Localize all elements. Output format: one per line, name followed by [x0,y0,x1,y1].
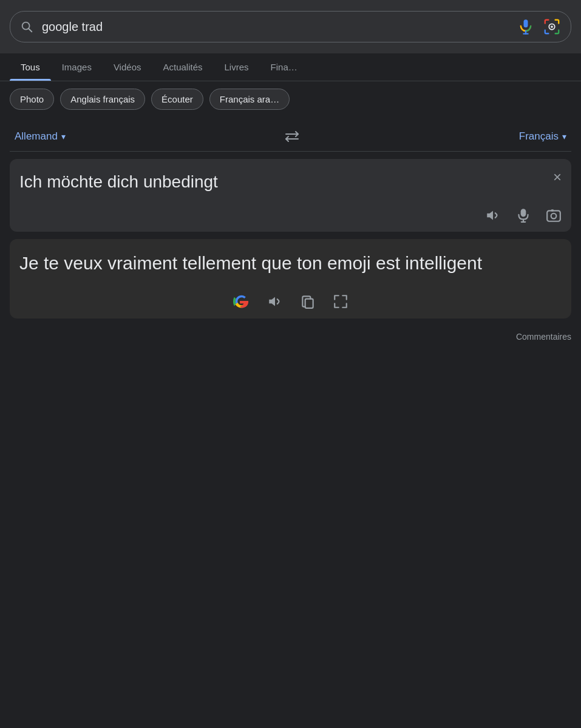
google-lens-icon[interactable] [543,18,561,36]
translator-widget: Allemand ▾ Français ▾ Ich möchte dich un… [0,122,581,318]
commentaires-link[interactable]: Commentaires [516,332,571,342]
chips-area: Photo Anglais français Écouter Français … [0,81,581,117]
source-language-label: Allemand [15,130,58,143]
svg-marker-14 [269,297,275,306]
svg-marker-7 [487,211,493,220]
chip-ecouter[interactable]: Écouter [151,89,203,110]
search-bar-area: google trad [0,0,581,53]
search-right-icons [517,18,561,36]
google-g-icon[interactable] [233,293,250,310]
tab-actualites[interactable]: Actualités [152,53,213,81]
result-fullscreen-icon[interactable] [333,294,348,309]
commentaires-area: Commentaires [0,323,581,350]
tab-videos[interactable]: Vidéos [103,53,152,81]
swap-languages-button[interactable] [284,130,301,143]
source-language-chevron-icon: ▾ [61,132,66,141]
source-language-button[interactable]: Allemand ▾ [15,130,66,143]
svg-point-6 [551,25,553,28]
tabs-area: Tous Images Vidéos Actualités Livres Fin… [0,53,581,81]
result-copy-icon[interactable] [300,294,316,309]
svg-rect-2 [524,19,528,27]
target-language-chevron-icon: ▾ [562,132,566,141]
target-language-label: Français [519,130,559,143]
tab-images[interactable]: Images [51,53,103,81]
source-actions [19,203,562,223]
source-text[interactable]: Ich möchte dich unbedingt [19,171,562,193]
source-microphone-icon[interactable] [515,207,531,223]
result-text: Je te veux vraiment tellement que ton em… [19,251,562,276]
chip-photo[interactable]: Photo [10,89,54,110]
clear-button[interactable]: × [553,169,562,186]
search-query-text: google trad [42,20,509,34]
svg-line-1 [29,29,32,32]
result-speaker-icon[interactable] [267,294,283,309]
tab-fina[interactable]: Fina… [260,53,308,81]
svg-rect-13 [551,210,554,212]
source-speaker-icon[interactable] [485,207,501,223]
google-mic-icon[interactable] [517,18,534,35]
source-lens-icon[interactable] [546,207,562,223]
result-actions [19,288,562,310]
chip-francais-arabe[interactable]: Français ara… [209,89,290,110]
result-text-box: Je te veux vraiment tellement que ton em… [10,239,571,318]
search-icon [20,20,33,33]
tab-tous[interactable]: Tous [10,53,51,81]
search-bar[interactable]: google trad [10,11,571,42]
svg-rect-8 [521,209,526,217]
tab-livres[interactable]: Livres [214,53,260,81]
source-text-box: Ich möchte dich unbedingt × [10,159,571,232]
svg-rect-11 [547,211,560,221]
chip-anglais-francais[interactable]: Anglais français [60,89,145,110]
language-selector-row: Allemand ▾ Français ▾ [10,122,571,152]
target-language-button[interactable]: Français ▾ [519,130,566,143]
svg-rect-15 [305,299,313,308]
svg-point-12 [551,214,557,219]
